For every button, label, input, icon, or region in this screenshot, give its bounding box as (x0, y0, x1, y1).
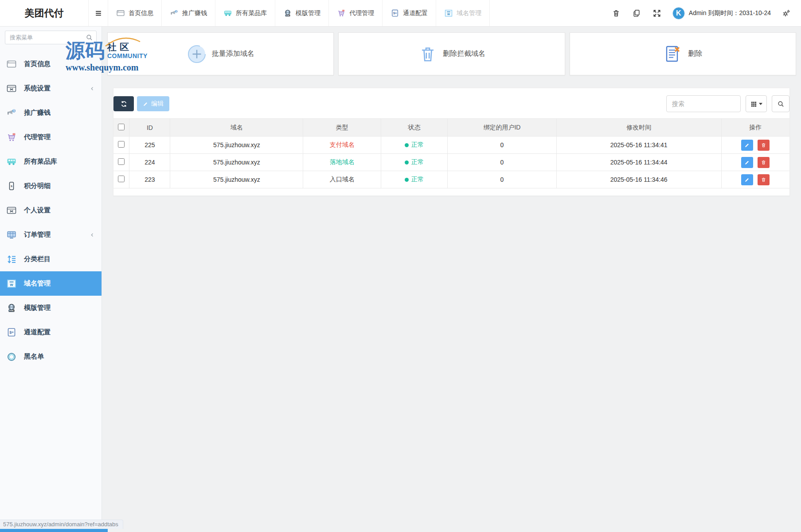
pencil-icon (744, 142, 750, 148)
browser-tools-icon (6, 83, 17, 94)
tab-label: 推广赚钱 (182, 9, 207, 17)
cell-id: 224 (129, 154, 170, 171)
sidebar-item-template-mgmt[interactable]: 模版管理 (0, 296, 102, 320)
settings-button[interactable] (781, 8, 791, 18)
table-toolbar: 编辑 (113, 95, 789, 118)
chevron-left-icon (89, 232, 95, 238)
browser-tools-icon (6, 205, 17, 216)
sidebar-item-all-dishes[interactable]: 所有菜品库 (0, 149, 102, 174)
bus-icon (6, 156, 17, 167)
cart-icon (337, 9, 346, 18)
tab-domain-mgmt[interactable]: 域名管理 (436, 0, 490, 26)
col-user-id: 绑定的用户ID (448, 119, 557, 137)
menu-label: 通道配置 (24, 328, 51, 336)
refresh-icon (120, 100, 128, 108)
select-all-checkbox[interactable] (118, 124, 125, 130)
avatar: K (672, 7, 685, 20)
sidebar-item-category-columns[interactable]: 分类栏目 (0, 247, 102, 271)
sidebar-item-personal-settings[interactable]: 个人设置 (0, 198, 102, 223)
tab-all-dishes[interactable]: 所有菜品库 (215, 0, 275, 26)
cell-mtime: 2025-05-16 11:34:44 (556, 154, 721, 171)
domain-w-icon (444, 9, 453, 18)
sidebar-item-blacklist[interactable]: 黑名单 (0, 344, 102, 369)
grid-icon (750, 101, 757, 107)
app-logo: 美团代付 (0, 0, 89, 26)
megaphone-icon (170, 9, 179, 18)
tab-template-mgmt[interactable]: 模版管理 (275, 0, 329, 26)
tab-agent-mgmt[interactable]: 代理管理 (329, 0, 383, 26)
search-icon (86, 34, 93, 41)
status-dot (405, 143, 409, 147)
delete-intercepted-domain-card[interactable]: 删除拦截域名 (338, 32, 565, 75)
batch-add-domain-card[interactable]: 批量添加域名 (107, 32, 334, 75)
col-type: 类型 (303, 119, 381, 137)
delete-card[interactable]: 删除 (570, 32, 796, 75)
cell-type: 入口域名 (303, 171, 381, 188)
gears-icon (782, 9, 791, 18)
tab-promo-earn[interactable]: 推广赚钱 (162, 0, 215, 26)
cell-domain: 575.jiuzhouw.xyz (170, 154, 303, 171)
fullscreen-icon (653, 9, 661, 18)
card-label: 删除 (688, 49, 702, 59)
cart-icon (6, 132, 17, 143)
plus-circle-icon (187, 44, 207, 64)
menu-label: 所有菜品库 (24, 157, 57, 166)
row-checkbox[interactable] (118, 158, 125, 165)
edit-button[interactable]: 编辑 (137, 96, 169, 111)
tab-label: 首页信息 (129, 9, 153, 17)
topbar-actions: K Admin 到期时间：2031-10-24 (611, 0, 801, 26)
status-dot (405, 160, 409, 164)
megaphone-icon (6, 108, 17, 118)
sidebar-item-system-settings[interactable]: 系统设置 (0, 76, 102, 101)
sidebar-item-order-mgmt[interactable]: 订单管理 (0, 223, 102, 247)
sidebar-item-agent-mgmt[interactable]: 代理管理 (0, 125, 102, 149)
sidebar-item-domain-mgmt[interactable]: 域名管理 (0, 271, 102, 296)
trash-icon (761, 177, 766, 183)
sidebar-toggle-button[interactable] (89, 0, 108, 26)
status-dot (405, 178, 409, 182)
row-edit-button[interactable] (741, 140, 753, 151)
menu-search-input[interactable] (5, 31, 97, 44)
fullscreen-button[interactable] (652, 8, 662, 18)
clear-cache-button[interactable] (632, 8, 641, 18)
main-content: 批量添加域名 删除拦截域名 删除 编辑 (102, 27, 801, 532)
tab-home-info[interactable]: 首页信息 (108, 0, 162, 26)
cell-actions (721, 171, 789, 188)
row-checkbox[interactable] (118, 141, 125, 148)
copy-doc-icon (632, 9, 641, 18)
chevron-left-icon (89, 86, 95, 92)
sidebar-item-channel-config[interactable]: 通道配置 (0, 320, 102, 344)
table-row: 223 575.jiuzhouw.xyz 入口域名 正常 0 2025-05-1… (113, 171, 789, 188)
horizontal-scrollbar-thumb[interactable] (0, 529, 108, 532)
table-search-input[interactable] (666, 95, 741, 112)
cell-mtime: 2025-05-16 11:34:46 (556, 171, 721, 188)
tab-label: 代理管理 (349, 9, 374, 17)
dollar-doc-icon (391, 9, 399, 18)
row-delete-button[interactable] (758, 157, 770, 168)
row-delete-button[interactable] (758, 140, 770, 151)
cell-status: 正常 (381, 137, 448, 154)
bus-icon (223, 9, 232, 18)
row-delete-button[interactable] (758, 174, 770, 185)
tab-channel-config[interactable]: 通道配置 (383, 0, 436, 26)
card-label: 删除拦截域名 (443, 49, 485, 59)
columns-dropdown-button[interactable] (746, 95, 767, 112)
refresh-button[interactable] (113, 96, 134, 111)
sidebar-item-promo-earn[interactable]: 推广赚钱 (0, 101, 102, 125)
sidebar-item-points-detail[interactable]: 积分明细 (0, 174, 102, 198)
cell-id: 223 (129, 171, 170, 188)
sidebar-item-home-info[interactable]: 首页信息 (0, 52, 102, 76)
user-menu[interactable]: K Admin 到期时间：2031-10-24 (672, 7, 771, 20)
tab-label: 所有菜品库 (236, 9, 267, 17)
col-actions: 操作 (721, 119, 789, 137)
domain-table: ID 域名 类型 状态 绑定的用户ID 修改时间 操作 225 575.jiuz… (113, 118, 789, 188)
link-preview-tooltip: 575.jiuzhouw.xyz/admin/domain?ref=addtab… (0, 520, 123, 529)
row-edit-button[interactable] (741, 174, 753, 185)
search-button[interactable] (772, 95, 789, 112)
row-edit-button[interactable] (741, 157, 753, 168)
cell-domain: 575.jiuzhouw.xyz (170, 171, 303, 188)
cell-id: 225 (129, 137, 170, 154)
cell-actions (721, 154, 789, 171)
clear-trash-button[interactable] (611, 8, 621, 18)
row-checkbox[interactable] (118, 176, 125, 182)
